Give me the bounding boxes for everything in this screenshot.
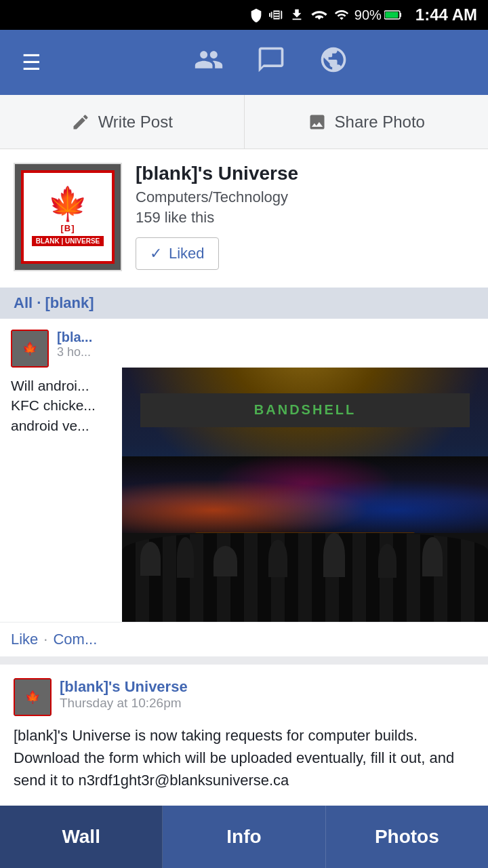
globe-nav-icon[interactable] <box>319 45 348 81</box>
post-1-text-area: Will androi...KFC chicke...android ve... <box>0 368 125 443</box>
battery-indicator: 90% <box>354 7 402 23</box>
bottom-navigation: Wall Info Photos <box>0 806 488 868</box>
filter-all[interactable]: All <box>14 294 33 311</box>
page-avatar: 🍁 [B] BLANK | UNIVERSE <box>14 163 122 271</box>
action-bar: Write Post Share Photo <box>0 95 488 149</box>
status-icons: 90% <box>249 7 402 23</box>
status-bar: 90% 1:44 AM <box>0 0 488 30</box>
page-category: Computers/Technology <box>136 189 474 206</box>
crowd-area <box>122 533 488 622</box>
post-1-like-button[interactable]: Like <box>11 631 38 648</box>
signal-icon <box>334 7 349 22</box>
post-1-text: Will androi...KFC chicke...android ve... <box>11 376 115 435</box>
filter-blank[interactable]: [blank] <box>45 294 94 311</box>
shield-icon <box>249 7 264 22</box>
svg-rect-1 <box>400 13 401 17</box>
concert-image: BANDSHELL <box>122 368 488 622</box>
battery-icon <box>384 9 402 20</box>
friends-nav-icon[interactable] <box>194 45 224 81</box>
post-1-time: 3 ho... <box>57 345 92 359</box>
wifi-icon <box>310 7 329 22</box>
liked-button[interactable]: ✓ Liked <box>136 237 219 270</box>
page-name: [blank]'s Universe <box>136 163 474 184</box>
post-1-avatar: 🍁 <box>11 330 49 368</box>
page-profile-section: 🍁 [B] BLANK | UNIVERSE [blank]'s Univers… <box>0 149 488 288</box>
post-2-avatar-img: 🍁 <box>14 678 52 716</box>
bottom-nav-photos[interactable]: Photos <box>326 806 488 868</box>
svg-rect-2 <box>385 12 398 18</box>
share-photo-label: Share Photo <box>335 113 425 132</box>
messages-nav-icon[interactable] <box>256 45 286 81</box>
post-1-meta: [bla... 3 ho... <box>57 330 92 359</box>
nav-icons-group <box>70 45 472 81</box>
download-icon <box>289 7 304 22</box>
post-2-time: Thursday at 10:26pm <box>60 696 188 711</box>
page-likes: 159 like this <box>136 209 474 226</box>
post-1-avatar-img: 🍁 <box>11 330 49 368</box>
post-1-actions: Like · Com... <box>0 622 488 656</box>
post-2-avatar: 🍁 <box>14 678 52 716</box>
share-photo-icon <box>308 113 327 132</box>
top-nav-bar: ☰ <box>0 30 488 95</box>
post-card-1: 🍁 [bla... 3 ho... Will androi...KFC chic… <box>0 319 488 656</box>
checkmark-icon: ✓ <box>150 245 162 262</box>
write-post-label: Write Post <box>98 113 173 132</box>
liked-label: Liked <box>169 245 205 262</box>
feed-filter-bar: All · [blank] <box>0 288 488 319</box>
time-display: 1:44 AM <box>415 5 477 24</box>
post-2-meta: [blank]'s Universe Thursday at 10:26pm <box>60 678 188 711</box>
post-1-image[interactable]: BANDSHELL <box>122 368 488 622</box>
post-1-comment-button[interactable]: Com... <box>53 631 97 648</box>
post-1-author: [bla... <box>57 330 92 345</box>
bandshell-banner: BANDSHELL <box>140 393 470 427</box>
post-card-2: 🍁 [blank]'s Universe Thursday at 10:26pm… <box>0 665 488 813</box>
menu-button[interactable]: ☰ <box>16 44 70 81</box>
bottom-nav-info[interactable]: Info <box>163 806 325 868</box>
post-2-header: 🍁 [blank]'s Universe Thursday at 10:26pm <box>14 678 474 716</box>
page-info: [blank]'s Universe Computers/Technology … <box>136 163 474 270</box>
write-post-button[interactable]: Write Post <box>0 95 245 149</box>
post-1-body: Will androi...KFC chicke...android ve...… <box>0 368 488 622</box>
post-2-text: [blank]'s Universe is now taking request… <box>14 724 474 791</box>
bottom-nav-wall[interactable]: Wall <box>0 806 163 868</box>
share-photo-button[interactable]: Share Photo <box>245 95 489 149</box>
vibrate-icon <box>269 7 284 22</box>
post-2-author: [blank]'s Universe <box>60 678 188 696</box>
write-post-icon <box>71 113 90 132</box>
